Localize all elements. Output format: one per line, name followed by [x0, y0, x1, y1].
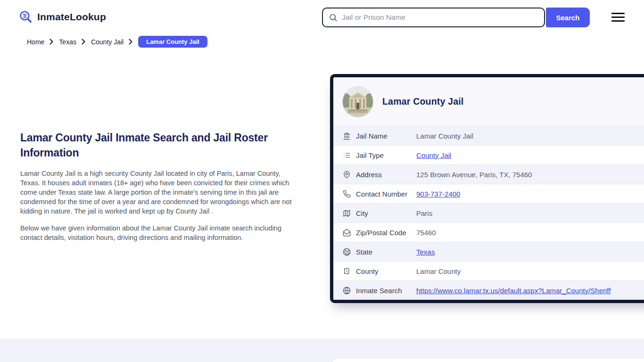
search-bar: Search	[322, 8, 590, 27]
jail-info-row: Jail Name Lamar County Jail	[333, 126, 644, 145]
search-icon	[329, 13, 338, 22]
row-value: Lamar County	[416, 267, 461, 275]
jail-info-row: Jail Type County Jail	[333, 145, 644, 165]
row-link[interactable]: 903-737-2400	[416, 190, 460, 198]
secondary-paragraph: Below we have given information about th…	[20, 223, 299, 242]
jail-info-rows: Jail Name Lamar County Jail Jail Type Co…	[333, 126, 644, 300]
row-value: Lamar County Jail	[416, 132, 473, 140]
page-title: Lamar County Jail Inmate Search and Jail…	[20, 130, 299, 160]
jail-info-row: Zip/Postal Code 75460	[333, 222, 644, 242]
mail-open-icon	[343, 229, 351, 237]
chevron-right-icon	[50, 39, 54, 45]
list-icon	[343, 151, 351, 159]
article: Lamar County Jail Inmate Search and Jail…	[20, 130, 299, 250]
breadcrumb: HomeTexasCounty Jail Lamar County Jail	[27, 36, 207, 48]
next-card-top	[332, 358, 644, 362]
brand-name: InmateLookup	[37, 11, 106, 23]
row-label: Address	[356, 171, 416, 179]
magnifier-logo-icon	[19, 10, 33, 24]
globe-icon	[343, 287, 351, 295]
breadcrumb-link-home[interactable]: Home	[27, 38, 44, 46]
breadcrumb-link-county-jail[interactable]: County Jail	[91, 38, 124, 46]
breadcrumb-link-texas[interactable]: Texas	[59, 38, 76, 46]
hamburger-menu-icon[interactable]	[611, 13, 625, 22]
jail-info-row: County Lamar County	[333, 261, 644, 280]
jail-info-row: Contact Number 903-737-2400	[333, 184, 644, 203]
row-label: Jail Name	[356, 132, 416, 140]
search-input-wrap	[322, 8, 545, 27]
row-value: Paris	[416, 209, 432, 217]
jail-info-row: Address 125 Brown Avenue, Paris, TX, 754…	[333, 165, 644, 184]
landmark-icon	[343, 132, 351, 140]
chevron-right-icon	[82, 39, 86, 45]
row-value: 125 Brown Avenue, Paris, TX, 75460	[416, 171, 532, 179]
row-label: County	[356, 267, 416, 275]
map-pin-icon	[343, 171, 351, 179]
brand-logo[interactable]: InmateLookup	[19, 10, 106, 24]
breadcrumb-current-badge: Lamar County Jail	[138, 36, 207, 48]
row-link[interactable]: County Jail	[416, 151, 451, 159]
row-label: City	[356, 209, 416, 217]
row-link[interactable]: Texas	[416, 248, 435, 256]
row-label: Contact Number	[356, 190, 416, 198]
row-label: Zip/Postal Code	[356, 229, 416, 237]
jail-photo	[342, 86, 373, 117]
search-input[interactable]	[323, 8, 544, 27]
row-label: State	[356, 248, 416, 256]
row-link[interactable]: https://www.co.lamar.tx.us/default.aspx?…	[416, 287, 611, 295]
row-value: 75460	[416, 229, 436, 237]
search-button[interactable]: Search	[546, 8, 590, 27]
jail-info-row: City Paris	[333, 203, 644, 222]
jail-info-row: State Texas	[333, 242, 644, 261]
jail-card-header: Lamar County Jail	[333, 77, 644, 126]
jail-info-card: Lamar County Jail Jail Name Lamar County…	[330, 74, 644, 303]
row-label: Inmate Search	[356, 287, 416, 295]
row-label: Jail Type	[356, 151, 416, 159]
intro-paragraph: Lamar County Jail is a high security Cou…	[20, 169, 299, 216]
map-icon	[343, 209, 351, 217]
jail-info-row: Inmate Search https://www.co.lamar.tx.us…	[333, 280, 644, 300]
next-section-band	[0, 338, 644, 362]
chevron-right-icon	[129, 39, 133, 45]
jail-card-title: Lamar County Jail	[382, 96, 463, 107]
globe2-icon	[343, 248, 351, 256]
badge-map-icon	[343, 267, 351, 275]
phone-icon	[343, 190, 351, 198]
